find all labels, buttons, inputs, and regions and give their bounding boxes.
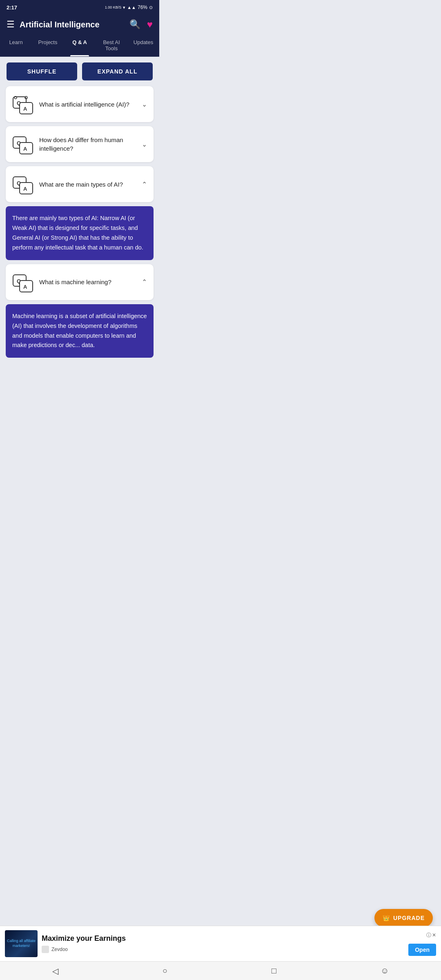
qa-item-4[interactable]: Q A What is machine learning? ⌃ — [6, 264, 154, 300]
status-bar: 2:17 1.00 KB/S ▾ ▲▲ 76% ⊙ — [0, 0, 159, 15]
signal-icon: ▲▲ — [127, 5, 136, 10]
qa-item-2[interactable]: Q A How does AI differ from human intell… — [6, 126, 154, 162]
qa-icon-1: Q A — [12, 94, 33, 115]
qa-item-3[interactable]: Q A What are the main types of AI? ⌃ — [6, 166, 154, 202]
tab-qanda[interactable]: Q & A — [64, 34, 96, 56]
battery-level: 76% — [138, 4, 147, 10]
action-buttons: SHUFFLE EXPAND ALL — [0, 57, 159, 86]
svg-text:A: A — [23, 146, 27, 152]
qa-question-1: What is artificial intelligence (AI)? — [39, 100, 136, 109]
qa-icon-2: Q A — [12, 134, 33, 155]
tab-projects[interactable]: Projects — [32, 34, 64, 56]
network-speed: 1.00 KB/S — [105, 6, 122, 9]
header: ☰ Artificial Intelligence 🔍 ♥ — [0, 15, 159, 34]
tab-updates[interactable]: Updates — [127, 34, 159, 56]
svg-text:A: A — [23, 106, 27, 112]
svg-text:A: A — [23, 284, 27, 290]
qa-question-2: How does AI differ from human intelligen… — [39, 136, 136, 153]
tab-learn[interactable]: Learn — [0, 34, 32, 56]
chevron-up-icon-3: ⌃ — [142, 180, 147, 188]
qa-question-4: What is machine learning? — [39, 278, 136, 286]
expand-all-button[interactable]: EXPAND ALL — [82, 62, 153, 80]
svg-text:A: A — [23, 186, 27, 192]
chevron-down-icon-1: ⌄ — [142, 100, 147, 108]
status-right: 1.00 KB/S ▾ ▲▲ 76% ⊙ — [105, 4, 153, 10]
qa-icon-4: Q A — [12, 272, 33, 293]
shuffle-button[interactable]: SHUFFLE — [7, 62, 77, 80]
chevron-up-icon-4: ⌃ — [142, 278, 147, 286]
nav-tabs: Learn Projects Q & A Best AI Tools Updat… — [0, 34, 159, 57]
page-title: Artificial Intelligence — [20, 20, 125, 29]
qa-content: Q A What is artificial intelligence (AI)… — [0, 86, 159, 358]
wifi-icon: ▾ — [123, 5, 125, 10]
battery-icon: ⊙ — [149, 5, 153, 10]
qa-answer-3: There are mainly two types of AI: Narrow… — [6, 206, 154, 260]
hamburger-icon[interactable]: ☰ — [7, 19, 15, 30]
qa-item-1[interactable]: Q A What is artificial intelligence (AI)… — [6, 86, 154, 122]
status-time: 2:17 — [7, 4, 17, 11]
header-icons: 🔍 ♥ — [129, 19, 153, 30]
tab-best-ai-tools[interactable]: Best AI Tools — [96, 34, 127, 56]
qa-question-3: What are the main types of AI? — [39, 180, 136, 189]
qa-answer-4: Machine learning is a subset of artifici… — [6, 304, 154, 358]
qa-icon-3: Q A — [12, 174, 33, 195]
search-icon[interactable]: 🔍 — [129, 19, 140, 30]
heart-icon[interactable]: ♥ — [147, 19, 153, 30]
chevron-down-icon-2: ⌄ — [142, 140, 147, 148]
